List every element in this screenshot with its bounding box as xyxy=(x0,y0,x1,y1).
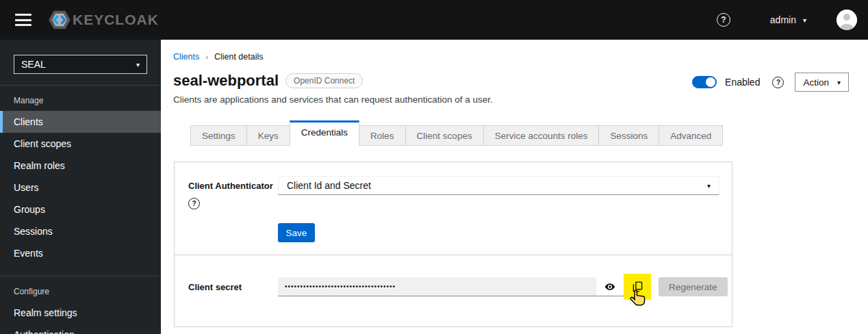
client-authenticator-value: Client Id and Secret xyxy=(287,180,371,191)
protocol-badge: OpenID Connect xyxy=(285,73,363,88)
toggle-knob xyxy=(706,77,715,87)
page-description: Clients are applications and services th… xyxy=(173,94,493,105)
tab-settings[interactable]: Settings xyxy=(190,125,247,146)
breadcrumb-clients-link[interactable]: Clients xyxy=(173,52,199,62)
client-authenticator-label: Client Authenticator xyxy=(188,176,278,191)
breadcrumb: Clients › Client details xyxy=(173,52,263,62)
sidebar-item-realm-roles[interactable]: Realm roles xyxy=(0,155,161,177)
main-content: Clients › Client details seal-webportal … xyxy=(161,40,868,334)
credentials-card: Client Authenticator ? Client Id and Sec… xyxy=(174,162,732,327)
help-icon[interactable]: ? xyxy=(772,77,784,88)
tab-service-accounts-roles[interactable]: Service accounts roles xyxy=(483,125,600,146)
sidebar-nav: ManageClientsClient scopesRealm rolesUse… xyxy=(0,86,161,334)
client-authenticator-select[interactable]: Client Id and Secret ▾ xyxy=(278,176,719,195)
copy-secret-button[interactable] xyxy=(624,274,651,300)
show-secret-button[interactable] xyxy=(596,277,624,296)
header-controls: Enabled ? Action ▾ xyxy=(692,73,849,92)
sidebar-item-events[interactable]: Events xyxy=(0,242,161,264)
realm-name: SEAL xyxy=(21,59,46,70)
tab-keys[interactable]: Keys xyxy=(246,125,290,146)
tab-roles[interactable]: Roles xyxy=(359,125,406,146)
keycloak-logo: KEYCLOAK xyxy=(48,10,159,30)
mouse-cursor-icon xyxy=(629,289,647,308)
page-title: seal-webportal xyxy=(173,72,279,90)
chevron-down-icon: ▾ xyxy=(707,182,711,190)
tab-sessions[interactable]: Sessions xyxy=(598,125,659,146)
breadcrumb-separator-icon: › xyxy=(205,53,208,61)
help-icon[interactable]: ? xyxy=(717,13,730,27)
enabled-toggle[interactable] xyxy=(692,76,717,88)
client-secret-label: Client secret xyxy=(188,277,278,292)
tab-credentials[interactable]: Credentials xyxy=(290,120,359,146)
sidebar-item-sessions[interactable]: Sessions xyxy=(0,220,161,242)
enabled-label: Enabled xyxy=(725,77,760,88)
regenerate-button[interactable]: Regenerate xyxy=(659,277,728,296)
realm-selector-block: SEAL ▾ xyxy=(0,40,161,86)
realm-selector[interactable]: SEAL ▾ xyxy=(14,55,147,74)
save-button[interactable]: Save xyxy=(278,223,315,242)
user-menu[interactable]: admin ▾ xyxy=(770,14,806,25)
breadcrumb-current: Client details xyxy=(214,52,264,62)
help-icon[interactable]: ? xyxy=(188,198,200,209)
tab-client-scopes[interactable]: Client scopes xyxy=(405,125,484,146)
authenticator-section: Client Authenticator ? Client Id and Sec… xyxy=(175,162,732,255)
sidebar-item-users[interactable]: Users xyxy=(0,177,161,198)
sidebar-item-authentication[interactable]: Authentication xyxy=(0,324,161,334)
eye-icon xyxy=(604,281,615,292)
client-secret-section: Client secret ••••••••••••••••••••••••••… xyxy=(175,255,732,296)
topbar: KEYCLOAK ? admin ▾ xyxy=(0,0,868,40)
action-label: Action xyxy=(803,77,829,88)
action-dropdown[interactable]: Action ▾ xyxy=(795,73,849,92)
sidebar-item-realm-settings[interactable]: Realm settings xyxy=(0,302,161,324)
nav-section-manage: Manage xyxy=(0,86,161,111)
sidebar-item-clients[interactable]: Clients xyxy=(0,111,161,133)
nav-section-configure: Configure xyxy=(0,276,161,302)
sidebar-item-client-scopes[interactable]: Client scopes xyxy=(0,133,161,155)
person-icon xyxy=(837,10,857,30)
chevron-down-icon: ▾ xyxy=(136,61,140,68)
hamburger-menu-icon[interactable] xyxy=(15,14,31,26)
username: admin xyxy=(770,14,796,25)
avatar[interactable] xyxy=(837,10,857,30)
chevron-down-icon: ▾ xyxy=(837,79,841,86)
tab-bar: SettingsKeysCredentialsRolesClient scope… xyxy=(190,120,723,146)
tab-advanced[interactable]: Advanced xyxy=(659,125,723,146)
client-secret-input[interactable]: •••••••••••••••••••••••••••••••••••• xyxy=(278,277,596,296)
page-header: seal-webportal OpenID Connect Clients ar… xyxy=(173,72,493,105)
sidebar: SEAL ▾ ManageClientsClient scopesRealm r… xyxy=(0,40,161,334)
sidebar-item-groups[interactable]: Groups xyxy=(0,198,161,220)
brand-text: KEYCLOAK xyxy=(73,12,159,28)
keycloak-hexagon-icon xyxy=(48,10,71,30)
client-secret-group: •••••••••••••••••••••••••••••••••••• xyxy=(278,277,651,296)
chevron-down-icon: ▾ xyxy=(803,16,806,24)
